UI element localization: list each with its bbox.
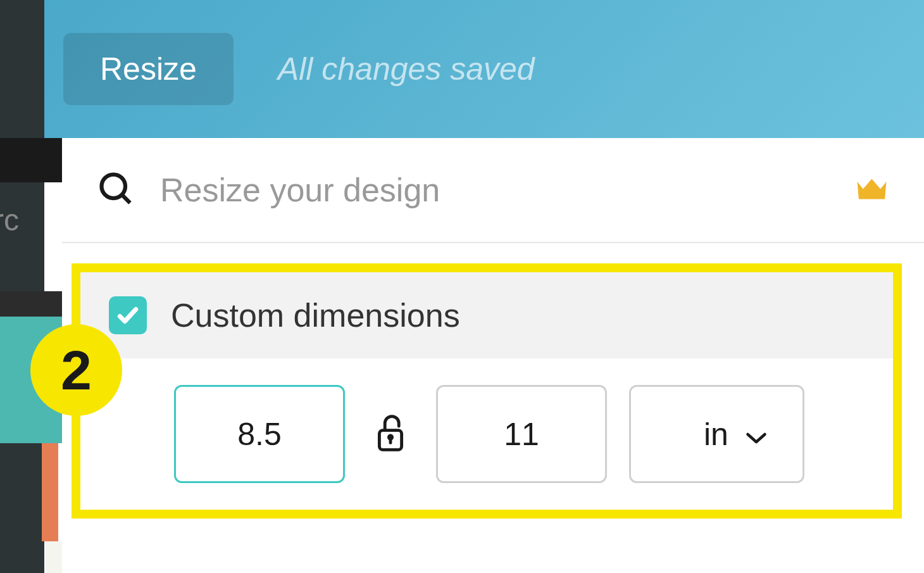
sidebar-thumb-dark [0, 291, 62, 317]
unit-select[interactable]: in [629, 385, 804, 483]
chevron-down-icon [745, 416, 768, 453]
width-input[interactable] [174, 385, 345, 483]
custom-dimensions-checkbox[interactable] [109, 296, 147, 334]
sidebar-partial-text: rc [0, 203, 63, 237]
highlight-annotation-box: 2 Custom dimensions in [72, 263, 902, 519]
resize-button[interactable]: Resize [63, 33, 234, 105]
resize-panel: 2 Custom dimensions in [62, 138, 924, 573]
svg-point-0 [102, 175, 126, 199]
search-row [62, 138, 924, 243]
svg-point-4 [389, 435, 392, 438]
left-sidebar-strip [0, 0, 44, 573]
save-status-text: All changes saved [278, 51, 535, 87]
search-input[interactable] [160, 171, 842, 209]
sidebar-dark-region [0, 138, 62, 182]
unit-select-value: in [704, 416, 728, 453]
crown-icon [854, 175, 889, 206]
top-header: Resize All changes saved [44, 0, 924, 138]
svg-line-1 [122, 195, 130, 203]
lock-aspect-toggle[interactable] [373, 412, 408, 457]
height-input[interactable] [436, 385, 607, 483]
custom-dimensions-label: Custom dimensions [171, 296, 460, 334]
sidebar-thumb-orange [42, 443, 58, 541]
sidebar-thumb-white [46, 541, 62, 573]
dimensions-inputs-row: in [80, 358, 893, 510]
step-number-badge: 2 [30, 324, 122, 416]
custom-dimensions-row[interactable]: Custom dimensions [80, 272, 893, 358]
search-icon [97, 170, 135, 210]
